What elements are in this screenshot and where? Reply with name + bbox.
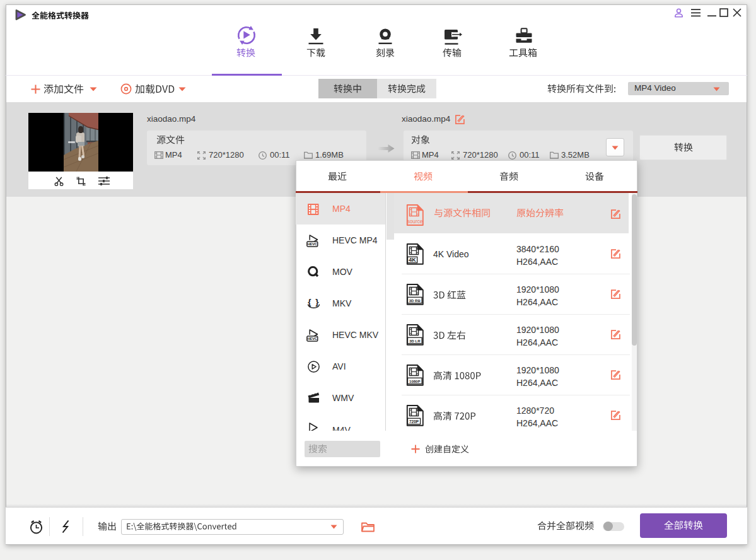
svg-text:3D LR: 3D LR: [409, 339, 421, 343]
svg-text:720P: 720P: [409, 419, 419, 424]
svg-text:4K: 4K: [409, 257, 416, 263]
svg-text:HEVC: HEVC: [308, 242, 318, 246]
svg-text:3D RB: 3D RB: [409, 299, 421, 303]
svg-text:1080P: 1080P: [409, 380, 420, 383]
svg-text:source: source: [407, 219, 423, 225]
svg-text:HEVC: HEVC: [308, 337, 318, 341]
svg-text:}: }: [315, 297, 319, 306]
